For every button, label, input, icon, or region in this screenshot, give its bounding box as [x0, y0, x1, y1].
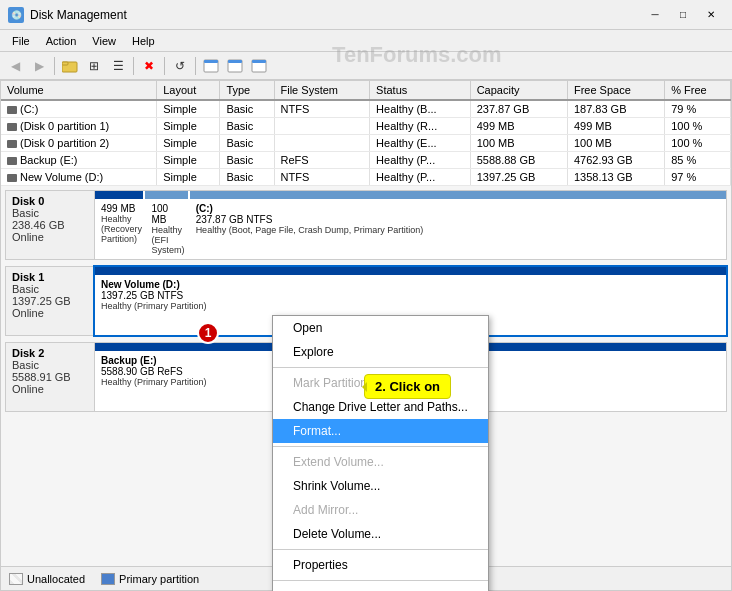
maximize-button[interactable]: □ — [670, 5, 696, 25]
list-button[interactable]: ☰ — [107, 55, 129, 77]
folder-button[interactable] — [59, 55, 81, 77]
app-icon: 💿 — [8, 7, 24, 23]
context-item-deletevolume...[interactable]: Delete Volume... — [273, 522, 488, 546]
partition-header-0-0 — [95, 191, 143, 199]
title-bar: 💿 Disk Management ─ □ ✕ — [0, 0, 732, 30]
annotation-tooltip: 2. Click on — [364, 374, 451, 399]
toolbar-separator-1 — [54, 57, 55, 75]
table-row[interactable]: (Disk 0 partition 1)SimpleBasicHealthy (… — [1, 118, 731, 135]
toolbar: ◀ ▶ ⊞ ☰ ✖ ↺ — [0, 52, 732, 80]
disk-label-2: Disk 2 Basic 5588.91 GB Online — [5, 342, 95, 412]
menu-bar: File Action View Help — [0, 30, 732, 52]
delete-button[interactable]: ✖ — [138, 55, 160, 77]
table-row[interactable]: (Disk 0 partition 2)SimpleBasicHealthy (… — [1, 135, 731, 152]
badge-1: 1 — [197, 322, 219, 344]
toolbar-separator-4 — [195, 57, 196, 75]
partition-header-0-2 — [190, 191, 726, 199]
table-row[interactable]: (C:)SimpleBasicNTFSHealthy (B...237.87 G… — [1, 100, 731, 118]
col-layout[interactable]: Layout — [157, 81, 220, 100]
toolbar-separator-3 — [164, 57, 165, 75]
partition-header-0-1 — [145, 191, 187, 199]
legend-primary: Primary partition — [101, 573, 199, 585]
disk-label-1: Disk 1 Basic 1397.25 GB Online — [5, 266, 95, 336]
col-freespace[interactable]: Free Space — [567, 81, 664, 100]
table-row[interactable]: New Volume (D:)SimpleBasicNTFSHealthy (P… — [1, 169, 731, 186]
legend-unallocated: Unallocated — [9, 573, 85, 585]
menu-file[interactable]: File — [4, 33, 38, 49]
context-sep-13 — [273, 580, 488, 581]
window-title: Disk Management — [30, 8, 642, 22]
col-pctfree[interactable]: % Free — [665, 81, 731, 100]
disk-row-0: Disk 0 Basic 238.46 GB Online499 MBHealt… — [5, 190, 727, 260]
table-header-row: Volume Layout Type File System Status Ca… — [1, 81, 731, 100]
svg-rect-3 — [204, 60, 218, 63]
context-item-extendvolume...: Extend Volume... — [273, 450, 488, 474]
img3-button[interactable] — [248, 55, 270, 77]
legend-unallocated-box — [9, 573, 23, 585]
partition-header-1-0 — [95, 267, 726, 275]
col-fs[interactable]: File System — [274, 81, 370, 100]
context-item-shrinkvolume...[interactable]: Shrink Volume... — [273, 474, 488, 498]
context-item-format...[interactable]: Format... — [273, 419, 488, 443]
menu-action[interactable]: Action — [38, 33, 85, 49]
context-item-help[interactable]: Help — [273, 584, 488, 591]
close-button[interactable]: ✕ — [698, 5, 724, 25]
col-status[interactable]: Status — [370, 81, 471, 100]
legend-primary-label: Primary partition — [119, 573, 199, 585]
disk-partitions-0: 499 MBHealthy (Recovery Partition)100 MB… — [95, 190, 727, 260]
forward-button[interactable]: ▶ — [28, 55, 50, 77]
img2-button[interactable] — [224, 55, 246, 77]
volume-table-section: Volume Layout Type File System Status Ca… — [1, 81, 731, 186]
context-item-explore[interactable]: Explore — [273, 340, 488, 364]
toolbar-separator-2 — [133, 57, 134, 75]
menu-help[interactable]: Help — [124, 33, 163, 49]
col-capacity[interactable]: Capacity — [470, 81, 567, 100]
partition-0-1[interactable]: 100 MBHealthy (EFI System) — [145, 191, 189, 259]
img1-button[interactable] — [200, 55, 222, 77]
context-sep-2 — [273, 367, 488, 368]
partition-0-2[interactable]: (C:)237.87 GB NTFSHealthy (Boot, Page Fi… — [190, 191, 726, 259]
refresh-button[interactable]: ↺ — [169, 55, 191, 77]
svg-rect-1 — [62, 62, 68, 65]
svg-rect-5 — [228, 60, 242, 63]
volume-table: Volume Layout Type File System Status Ca… — [1, 81, 731, 186]
context-sep-11 — [273, 549, 488, 550]
col-type[interactable]: Type — [220, 81, 274, 100]
disk-label-0: Disk 0 Basic 238.46 GB Online — [5, 190, 95, 260]
minimize-button[interactable]: ─ — [642, 5, 668, 25]
svg-rect-7 — [252, 60, 266, 63]
context-item-properties[interactable]: Properties — [273, 553, 488, 577]
context-sep-6 — [273, 446, 488, 447]
context-item-addmirror...: Add Mirror... — [273, 498, 488, 522]
col-volume[interactable]: Volume — [1, 81, 157, 100]
menu-view[interactable]: View — [84, 33, 124, 49]
context-item-open[interactable]: Open — [273, 316, 488, 340]
legend-primary-box — [101, 573, 115, 585]
context-menu: OpenExploreMark Partition as ActiveChang… — [272, 315, 489, 591]
back-button[interactable]: ◀ — [4, 55, 26, 77]
table-row[interactable]: Backup (E:)SimpleBasicReFSHealthy (P...5… — [1, 152, 731, 169]
window-controls: ─ □ ✕ — [642, 5, 724, 25]
legend-unallocated-label: Unallocated — [27, 573, 85, 585]
grid-button[interactable]: ⊞ — [83, 55, 105, 77]
partition-0-0[interactable]: 499 MBHealthy (Recovery Partition) — [95, 191, 145, 259]
